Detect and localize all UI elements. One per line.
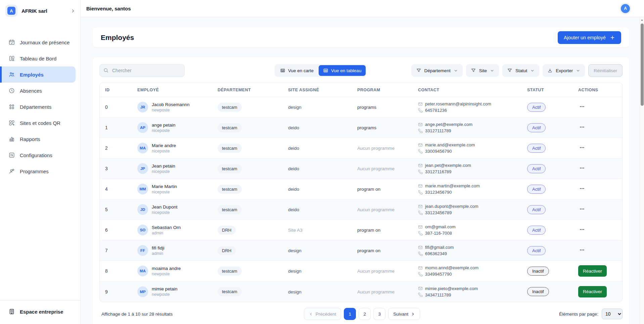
sidebar-footer: Espace entreprise xyxy=(0,300,80,324)
email-value: ange.pet@exemple.com xyxy=(425,122,472,127)
chevron-left-icon xyxy=(309,312,313,316)
add-employee-button[interactable]: Ajouter un employé xyxy=(558,31,621,44)
row-more-button[interactable] xyxy=(578,164,586,174)
sidebar: A AFRIK sarl Journaux de présence Tablea… xyxy=(0,0,81,324)
cell-status: Actif xyxy=(522,246,573,255)
cell-site: deido xyxy=(283,166,352,171)
page-2-button[interactable]: 2 xyxy=(359,308,371,320)
employee-role: newposte xyxy=(152,272,181,276)
site-value: deido xyxy=(288,125,299,130)
employee-role: niceposte xyxy=(152,128,176,133)
filter-departement-button[interactable]: Département xyxy=(411,64,463,77)
row-more-button[interactable] xyxy=(578,225,586,235)
cell-id: 5 xyxy=(100,207,132,212)
status-badge: Inactif xyxy=(527,287,549,296)
program-value: Aucun programme xyxy=(357,146,395,151)
vertical-scrollbar[interactable] xyxy=(640,17,644,324)
cell-site: design xyxy=(283,104,352,110)
page-1-button[interactable]: 1 xyxy=(344,308,356,320)
phone-value: 33499457790 xyxy=(425,272,452,277)
site-value: deido xyxy=(288,187,299,192)
filter-button-label: Statut xyxy=(515,68,527,73)
filter-site-button[interactable]: Site xyxy=(466,64,499,77)
reset-filters-button[interactable]: Réinitialiser xyxy=(588,64,623,77)
email-icon xyxy=(418,245,423,250)
sidebar-item-sites-et-codes-qr[interactable]: Sites et codes QR xyxy=(0,115,76,131)
sidebar-item-tableau-de-bord[interactable]: Tableau de Bord xyxy=(0,50,76,66)
cell-contact: jean.dupont@exemple.com 33123456789 xyxy=(413,204,522,215)
clock-icon xyxy=(8,87,15,94)
row-more-button[interactable] xyxy=(578,102,586,112)
chevron-down-icon xyxy=(454,68,458,73)
sidebar-item-configurations[interactable]: Configurations xyxy=(0,147,76,163)
page-3-button[interactable]: 3 xyxy=(373,308,385,320)
cell-id: 9 xyxy=(100,289,132,294)
phone-icon xyxy=(418,108,423,113)
cell-employee: JR Jacob Rosemannn newposte xyxy=(132,102,212,112)
sidebar-item-programmes[interactable]: Programmes xyxy=(0,163,76,179)
employee-role: niceposte xyxy=(152,169,175,174)
dashboard-icon xyxy=(8,55,15,62)
per-page-select[interactable]: 10 xyxy=(602,309,623,319)
email-value: peter.rosemann@alpininsight.com xyxy=(425,101,491,106)
cell-actions xyxy=(573,143,622,153)
page-header-card: Employés Ajouter un employé xyxy=(93,28,629,47)
scrollbar-thumb[interactable] xyxy=(641,24,644,106)
column-header: ID xyxy=(100,88,132,92)
phone-value: 33123456789 xyxy=(425,210,452,215)
status-badge: Actif xyxy=(527,185,546,194)
user-avatar[interactable]: A xyxy=(621,4,630,13)
export-button[interactable]: Exporter xyxy=(543,64,585,77)
table-row: 7 FF fifi fidji admin DRH design program… xyxy=(100,240,622,261)
next-page-button[interactable]: Suivant xyxy=(388,308,420,320)
row-more-button[interactable] xyxy=(578,123,586,133)
sidebar-item-journaux-de-presence[interactable]: Journaux de présence xyxy=(0,34,76,50)
employee-avatar: SO xyxy=(137,225,148,235)
employee-role: niceposte xyxy=(152,210,178,215)
cell-actions xyxy=(573,102,622,112)
filter-button-label: Exporter xyxy=(556,68,573,73)
employee-name: Marie Martin xyxy=(152,184,177,189)
cell-program: Aucun programme xyxy=(352,289,413,294)
cell-actions: Réactiver xyxy=(573,265,622,277)
phone-value: 387-116-7008 xyxy=(425,231,452,236)
reactivate-button[interactable]: Réactiver xyxy=(578,265,607,277)
employee-name: mimie petain xyxy=(152,286,178,291)
more-dots-icon xyxy=(579,144,585,152)
phone-icon xyxy=(418,292,423,297)
reactivate-button[interactable]: Réactiver xyxy=(578,286,607,297)
cell-site: deido xyxy=(283,186,352,192)
view-card-button[interactable]: Vue en carte xyxy=(276,65,318,76)
sidebar-item-rapports[interactable]: Rapports xyxy=(0,131,76,147)
cell-site: Site A3 xyxy=(283,227,352,233)
welcome-text: Bienvenue, santos xyxy=(86,6,131,11)
cell-site: design xyxy=(283,268,352,274)
sidebar-item-espace-entreprise[interactable]: Espace entreprise xyxy=(0,304,76,320)
cell-id: 8 xyxy=(100,268,132,274)
workspace-switcher[interactable]: A AFRIK sarl xyxy=(0,0,80,21)
sidebar-item-departements[interactable]: Départements xyxy=(0,99,76,115)
status-badge: Actif xyxy=(527,205,546,214)
sidebar-item-employes[interactable]: Employés xyxy=(0,66,76,83)
view-table-button[interactable]: Vue en tableau xyxy=(319,65,366,76)
cell-department: DRH xyxy=(212,226,283,235)
search-box xyxy=(99,64,185,77)
card-view-icon xyxy=(280,68,285,73)
cell-actions xyxy=(573,123,622,133)
row-more-button[interactable] xyxy=(578,184,586,194)
chevron-down-icon xyxy=(490,68,494,73)
table-body: 0 JR Jacob Rosemannn newposte testcam de… xyxy=(100,97,622,302)
scroll-up-arrow[interactable] xyxy=(640,17,644,22)
row-more-button[interactable] xyxy=(578,204,586,215)
search-input[interactable] xyxy=(99,64,185,77)
employee-name: Jean Dupont xyxy=(152,204,178,210)
program-value: Aucun programme xyxy=(357,289,395,294)
sidebar-item-absences[interactable]: Absences xyxy=(0,83,76,99)
cell-status: Actif xyxy=(522,205,573,214)
table-header: ID EMPLOYÉ DÉPARTEMENT SITE ASSIGNÉ PROG… xyxy=(100,83,622,97)
plus-icon xyxy=(610,35,615,40)
previous-page-button[interactable]: Précédent xyxy=(304,308,341,320)
row-more-button[interactable] xyxy=(578,143,586,153)
filter-statut-button[interactable]: Statut xyxy=(502,64,539,77)
row-more-button[interactable] xyxy=(578,245,586,256)
